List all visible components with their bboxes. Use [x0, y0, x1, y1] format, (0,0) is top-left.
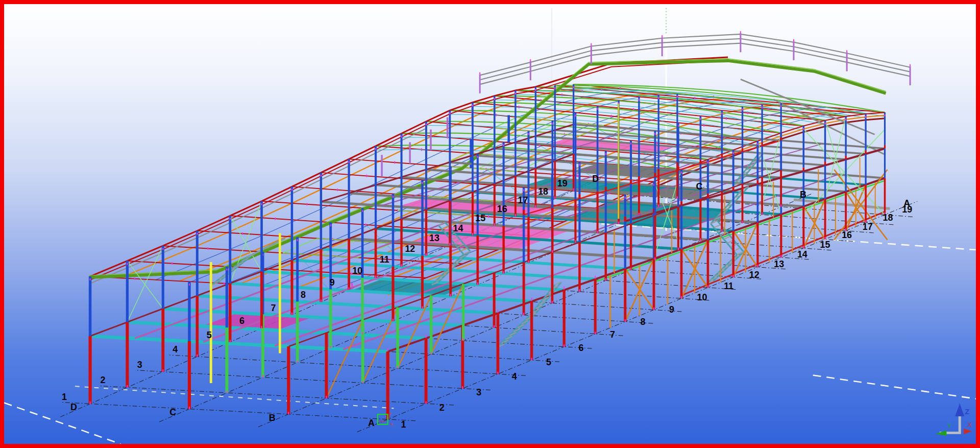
grid-label-front-15[interactable]: 15	[820, 240, 830, 250]
grid-letter-left-C[interactable]: C	[169, 407, 176, 417]
grid-label-front-8[interactable]: 8	[641, 317, 646, 327]
axis-x-label: X	[967, 421, 972, 429]
grid-label-back-8[interactable]: 8	[301, 290, 306, 300]
model-window: zxZXY11223344556677889910101111121213131…	[0, 0, 980, 448]
model-viewport[interactable]: zxZXY11223344556677889910101111121213131…	[4, 4, 976, 444]
grid-label-front-9[interactable]: 9	[669, 304, 674, 315]
grid-label-front-7[interactable]: 7	[610, 329, 615, 340]
axis-y-label: Y	[947, 422, 951, 430]
grid-label-back-11[interactable]: 11	[380, 254, 389, 265]
grid-label-front-2[interactable]: 2	[439, 403, 445, 413]
grid-label-front-14[interactable]: 14	[797, 249, 807, 260]
grid-label-back-2[interactable]: 2	[100, 375, 105, 385]
grid-label-front-11[interactable]: 11	[724, 281, 733, 291]
grid-label-back-10[interactable]: 10	[352, 266, 362, 276]
grid-label-front-5[interactable]: 5	[546, 357, 551, 367]
grid-letter-left-A[interactable]: A	[368, 418, 375, 428]
grid-label-back-9[interactable]: 9	[330, 277, 335, 288]
grid-label-front-3[interactable]: 3	[476, 387, 481, 397]
grid-letter-left-D[interactable]: D	[70, 402, 77, 412]
grid-letter-right-C[interactable]: C	[696, 181, 703, 192]
axis-z-label: Z	[965, 408, 969, 416]
grid-letter-left-B[interactable]: B	[269, 413, 276, 423]
grid-letter-right-D[interactable]: D	[592, 174, 599, 184]
grid-label-front-16[interactable]: 16	[842, 230, 852, 241]
grid-label-front-6[interactable]: 6	[579, 343, 584, 353]
grid-label-front-17[interactable]: 17	[863, 222, 873, 232]
origin-z-letter: z	[389, 411, 391, 416]
grid-label-back-18[interactable]: 18	[538, 186, 548, 197]
grid-label-back-14[interactable]: 14	[453, 223, 463, 233]
grid-label-back-3[interactable]: 3	[137, 360, 142, 370]
grid-label-back-12[interactable]: 12	[405, 244, 415, 254]
grid-label-back-7[interactable]: 7	[271, 303, 276, 313]
grid-label-back-17[interactable]: 17	[518, 195, 528, 205]
grid-label-front-18[interactable]: 18	[883, 213, 893, 223]
grid-label-front-1[interactable]: 1	[401, 419, 406, 430]
grid-label-back-5[interactable]: 5	[207, 330, 212, 340]
grid-label-front-13[interactable]: 13	[774, 260, 784, 270]
grid-label-back-15[interactable]: 15	[475, 213, 485, 223]
origin-x-letter: x	[390, 421, 393, 427]
grid-label-back-13[interactable]: 13	[429, 233, 439, 243]
grid-label-front-12[interactable]: 12	[749, 270, 760, 280]
grid-label-back-1[interactable]: 1	[62, 392, 67, 402]
grid-label-back-16[interactable]: 16	[497, 204, 507, 215]
grid-letter-right-A[interactable]: A	[903, 198, 910, 208]
grid-label-back-4[interactable]: 4	[173, 344, 178, 355]
grid-label-front-10[interactable]: 10	[697, 292, 707, 302]
grid-letter-right-B[interactable]: B	[800, 190, 806, 200]
grid-label-front-4[interactable]: 4	[512, 371, 517, 382]
grid-label-back-19[interactable]: 19	[557, 178, 568, 188]
grid-label-back-6[interactable]: 6	[239, 316, 244, 326]
